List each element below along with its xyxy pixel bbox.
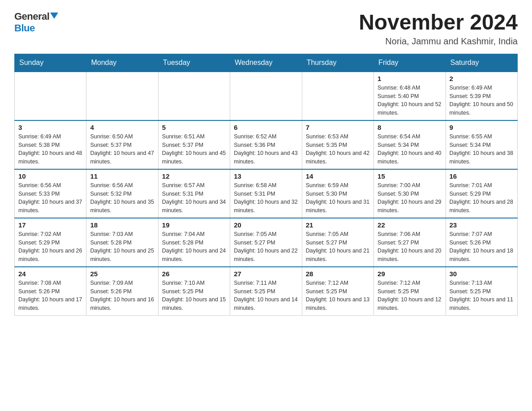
day-number: 25 bbox=[90, 270, 154, 278]
day-info: Sunrise: 6:49 AMSunset: 5:38 PMDaylight:… bbox=[18, 133, 82, 166]
day-number: 10 bbox=[18, 172, 82, 180]
day-info: Sunrise: 6:58 AMSunset: 5:31 PMDaylight:… bbox=[234, 181, 298, 215]
day-number: 23 bbox=[450, 221, 514, 229]
day-info: Sunrise: 7:05 AMSunset: 5:27 PMDaylight:… bbox=[306, 230, 370, 264]
header-sunday: Sunday bbox=[15, 54, 86, 72]
day-info: Sunrise: 6:54 AMSunset: 5:34 PMDaylight:… bbox=[378, 133, 442, 166]
day-info: Sunrise: 6:55 AMSunset: 5:34 PMDaylight:… bbox=[450, 133, 514, 166]
day-info: Sunrise: 7:10 AMSunset: 5:25 PMDaylight:… bbox=[162, 279, 226, 313]
day-number: 24 bbox=[18, 270, 82, 278]
table-row: 19Sunrise: 7:04 AMSunset: 5:28 PMDayligh… bbox=[158, 218, 230, 267]
table-row: 26Sunrise: 7:10 AMSunset: 5:25 PMDayligh… bbox=[158, 267, 230, 316]
table-row: 1Sunrise: 6:48 AMSunset: 5:40 PMDaylight… bbox=[374, 72, 446, 120]
page-header: General Blue November 2024 Noria, Jammu … bbox=[14, 11, 518, 47]
day-info: Sunrise: 7:08 AMSunset: 5:26 PMDaylight:… bbox=[18, 279, 82, 313]
day-info: Sunrise: 6:50 AMSunset: 5:37 PMDaylight:… bbox=[90, 133, 154, 166]
day-number: 27 bbox=[234, 270, 298, 278]
table-row: 10Sunrise: 6:56 AMSunset: 5:33 PMDayligh… bbox=[15, 169, 86, 218]
calendar-week-3: 10Sunrise: 6:56 AMSunset: 5:33 PMDayligh… bbox=[15, 169, 518, 218]
day-info: Sunrise: 7:11 AMSunset: 5:25 PMDaylight:… bbox=[234, 279, 298, 313]
table-row: 7Sunrise: 6:53 AMSunset: 5:35 PMDaylight… bbox=[302, 120, 373, 169]
day-info: Sunrise: 6:48 AMSunset: 5:40 PMDaylight:… bbox=[378, 84, 442, 117]
calendar-week-4: 17Sunrise: 7:02 AMSunset: 5:29 PMDayligh… bbox=[15, 218, 518, 267]
table-row: 12Sunrise: 6:57 AMSunset: 5:31 PMDayligh… bbox=[158, 169, 230, 218]
day-number: 12 bbox=[162, 172, 226, 180]
day-info: Sunrise: 7:09 AMSunset: 5:26 PMDaylight:… bbox=[90, 279, 154, 313]
day-info: Sunrise: 7:13 AMSunset: 5:25 PMDaylight:… bbox=[450, 279, 514, 313]
day-number: 6 bbox=[234, 124, 298, 131]
header-friday: Friday bbox=[374, 54, 446, 72]
day-number: 4 bbox=[90, 124, 154, 131]
title-block: November 2024 Noria, Jammu and Kashmir, … bbox=[359, 11, 518, 47]
day-info: Sunrise: 6:59 AMSunset: 5:30 PMDaylight:… bbox=[306, 181, 370, 215]
table-row bbox=[158, 72, 230, 120]
table-row: 2Sunrise: 6:49 AMSunset: 5:39 PMDaylight… bbox=[446, 72, 517, 120]
day-number: 17 bbox=[18, 221, 82, 229]
day-info: Sunrise: 6:52 AMSunset: 5:36 PMDaylight:… bbox=[234, 133, 298, 166]
day-number: 11 bbox=[90, 172, 154, 180]
logo: General Blue bbox=[14, 11, 58, 34]
table-row: 28Sunrise: 7:12 AMSunset: 5:25 PMDayligh… bbox=[302, 267, 373, 316]
logo-triangle-icon bbox=[50, 13, 58, 19]
table-row: 11Sunrise: 6:56 AMSunset: 5:32 PMDayligh… bbox=[86, 169, 158, 218]
day-info: Sunrise: 7:05 AMSunset: 5:27 PMDaylight:… bbox=[234, 230, 298, 264]
table-row: 15Sunrise: 7:00 AMSunset: 5:30 PMDayligh… bbox=[374, 169, 446, 218]
day-number: 2 bbox=[450, 75, 514, 82]
month-title: November 2024 bbox=[359, 11, 518, 34]
day-number: 16 bbox=[450, 172, 514, 180]
day-info: Sunrise: 7:12 AMSunset: 5:25 PMDaylight:… bbox=[306, 279, 370, 313]
table-row: 16Sunrise: 7:01 AMSunset: 5:29 PMDayligh… bbox=[446, 169, 517, 218]
header-thursday: Thursday bbox=[302, 54, 373, 72]
header-monday: Monday bbox=[86, 54, 158, 72]
day-number: 20 bbox=[234, 221, 298, 229]
day-number: 30 bbox=[450, 270, 514, 278]
day-info: Sunrise: 7:04 AMSunset: 5:28 PMDaylight:… bbox=[162, 230, 226, 264]
day-number: 15 bbox=[378, 172, 442, 180]
day-info: Sunrise: 7:01 AMSunset: 5:29 PMDaylight:… bbox=[450, 181, 514, 215]
day-info: Sunrise: 6:53 AMSunset: 5:35 PMDaylight:… bbox=[306, 133, 370, 166]
day-number: 5 bbox=[162, 124, 226, 131]
calendar-week-2: 3Sunrise: 6:49 AMSunset: 5:38 PMDaylight… bbox=[15, 120, 518, 169]
table-row: 8Sunrise: 6:54 AMSunset: 5:34 PMDaylight… bbox=[374, 120, 446, 169]
day-number: 21 bbox=[306, 221, 370, 229]
table-row: 27Sunrise: 7:11 AMSunset: 5:25 PMDayligh… bbox=[230, 267, 302, 316]
day-number: 9 bbox=[450, 124, 514, 131]
day-info: Sunrise: 7:00 AMSunset: 5:30 PMDaylight:… bbox=[378, 181, 442, 215]
day-number: 26 bbox=[162, 270, 226, 278]
table-row: 25Sunrise: 7:09 AMSunset: 5:26 PMDayligh… bbox=[86, 267, 158, 316]
table-row: 18Sunrise: 7:03 AMSunset: 5:28 PMDayligh… bbox=[86, 218, 158, 267]
day-info: Sunrise: 6:57 AMSunset: 5:31 PMDaylight:… bbox=[162, 181, 226, 215]
table-row: 24Sunrise: 7:08 AMSunset: 5:26 PMDayligh… bbox=[15, 267, 86, 316]
table-row: 17Sunrise: 7:02 AMSunset: 5:29 PMDayligh… bbox=[15, 218, 86, 267]
table-row bbox=[230, 72, 302, 120]
day-info: Sunrise: 7:12 AMSunset: 5:25 PMDaylight:… bbox=[378, 279, 442, 313]
logo-general-text: General bbox=[14, 11, 49, 22]
day-number: 8 bbox=[378, 124, 442, 131]
day-info: Sunrise: 6:56 AMSunset: 5:32 PMDaylight:… bbox=[90, 181, 154, 215]
day-number: 14 bbox=[306, 172, 370, 180]
day-number: 29 bbox=[378, 270, 442, 278]
day-number: 28 bbox=[306, 270, 370, 278]
table-row: 9Sunrise: 6:55 AMSunset: 5:34 PMDaylight… bbox=[446, 120, 517, 169]
day-number: 22 bbox=[378, 221, 442, 229]
day-number: 3 bbox=[18, 124, 82, 131]
logo-blue-text: Blue bbox=[14, 22, 35, 34]
day-number: 1 bbox=[378, 75, 442, 82]
day-info: Sunrise: 6:49 AMSunset: 5:39 PMDaylight:… bbox=[450, 84, 514, 117]
header-saturday: Saturday bbox=[446, 54, 517, 72]
table-row bbox=[302, 72, 373, 120]
table-row: 30Sunrise: 7:13 AMSunset: 5:25 PMDayligh… bbox=[446, 267, 517, 316]
calendar-header-row: Sunday Monday Tuesday Wednesday Thursday… bbox=[15, 54, 518, 72]
table-row bbox=[86, 72, 158, 120]
location-subtitle: Noria, Jammu and Kashmir, India bbox=[359, 36, 518, 47]
calendar-week-1: 1Sunrise: 6:48 AMSunset: 5:40 PMDaylight… bbox=[15, 72, 518, 120]
table-row: 13Sunrise: 6:58 AMSunset: 5:31 PMDayligh… bbox=[230, 169, 302, 218]
day-info: Sunrise: 7:02 AMSunset: 5:29 PMDaylight:… bbox=[18, 230, 82, 264]
table-row: 6Sunrise: 6:52 AMSunset: 5:36 PMDaylight… bbox=[230, 120, 302, 169]
table-row: 14Sunrise: 6:59 AMSunset: 5:30 PMDayligh… bbox=[302, 169, 373, 218]
table-row: 21Sunrise: 7:05 AMSunset: 5:27 PMDayligh… bbox=[302, 218, 373, 267]
table-row: 29Sunrise: 7:12 AMSunset: 5:25 PMDayligh… bbox=[374, 267, 446, 316]
day-info: Sunrise: 7:07 AMSunset: 5:26 PMDaylight:… bbox=[450, 230, 514, 264]
day-number: 19 bbox=[162, 221, 226, 229]
table-row: 22Sunrise: 7:06 AMSunset: 5:27 PMDayligh… bbox=[374, 218, 446, 267]
